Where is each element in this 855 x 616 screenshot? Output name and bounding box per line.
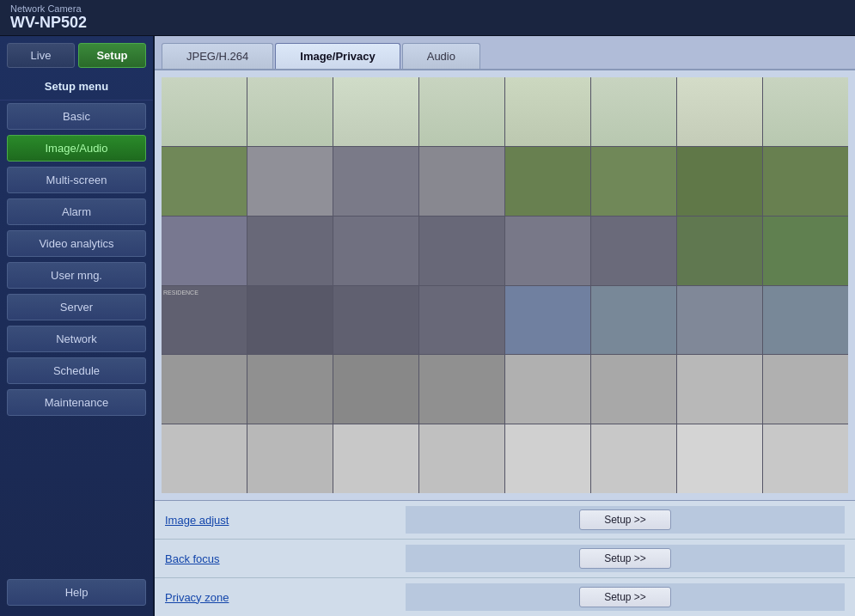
tab-jpeg-h264[interactable]: JPEG/H.264 [162, 43, 273, 69]
tabs-bar: JPEG/H.264 Image/Privacy Audio [155, 36, 855, 70]
grid-cell [591, 286, 676, 355]
sidebar-item-multi-screen[interactable]: Multi-screen [7, 167, 146, 193]
back-focus-row: Back focus Setup >> [155, 540, 855, 578]
privacy-zone-setup-button[interactable]: Setup >> [579, 587, 671, 607]
grid-cell [763, 77, 848, 146]
grid-cell [591, 77, 676, 146]
privacy-zone-row: Privacy zone Setup >> [155, 578, 855, 616]
tab-image-privacy[interactable]: Image/Privacy [275, 43, 400, 69]
grid-cell [247, 424, 333, 493]
sidebar-top-buttons: Live Setup [0, 36, 153, 71]
sidebar-item-maintenance[interactable]: Maintenance [7, 389, 146, 416]
live-button[interactable]: Live [7, 43, 75, 68]
sidebar-item-basic[interactable]: Basic [7, 103, 146, 130]
grid-cell [162, 355, 247, 424]
grid-cell [333, 424, 418, 493]
back-focus-label[interactable]: Back focus [165, 552, 406, 565]
camera-model: WV-NP502 [10, 14, 87, 32]
grid-cell [247, 77, 333, 146]
sidebar-item-server[interactable]: Server [7, 294, 146, 320]
camera-info: Network Camera WV-NP502 [10, 3, 87, 32]
grid-cell [247, 355, 333, 424]
grid-cell [763, 424, 848, 493]
top-header: Network Camera WV-NP502 [0, 0, 855, 36]
grid-cell [247, 217, 333, 285]
grid-cell [505, 147, 590, 216]
grid-cell [763, 355, 848, 424]
grid-cell [763, 286, 848, 355]
tab-audio[interactable]: Audio [402, 43, 480, 69]
grid-cell [591, 147, 676, 216]
grid-cell [162, 424, 247, 493]
grid-cell [677, 77, 762, 146]
back-focus-setup-area: Setup >> [406, 545, 845, 572]
image-adjust-row: Image adjust Setup >> [155, 501, 855, 540]
grid-cell [333, 286, 418, 355]
camera-subtitle: Network Camera [10, 3, 87, 14]
grid-cell [505, 217, 590, 285]
grid-cell [591, 424, 676, 493]
grid-cell [505, 77, 590, 146]
grid-cell [333, 217, 418, 285]
grid-cell [162, 147, 247, 216]
image-grid: RESIDENCE [162, 77, 848, 493]
privacy-zone-label[interactable]: Privacy zone [165, 591, 406, 604]
grid-cell [419, 217, 504, 285]
grid-cell [677, 286, 762, 355]
sidebar-item-network[interactable]: Network [7, 326, 146, 352]
grid-cell [763, 217, 848, 285]
image-grid-container: RESIDENCE [155, 70, 855, 500]
grid-cell [162, 77, 247, 146]
main-layout: Live Setup Setup menu Basic Image/Audio … [0, 36, 855, 616]
grid-cell [591, 355, 676, 424]
setup-menu-title: Setup menu [0, 71, 153, 101]
help-button[interactable]: Help [7, 579, 146, 606]
sidebar: Live Setup Setup menu Basic Image/Audio … [0, 36, 155, 616]
back-focus-setup-button[interactable]: Setup >> [579, 548, 671, 569]
grid-cell [247, 147, 333, 216]
grid-cell [763, 147, 848, 216]
content-area: JPEG/H.264 Image/Privacy Audio [155, 36, 855, 616]
sidebar-item-schedule[interactable]: Schedule [7, 357, 146, 384]
image-adjust-setup-button[interactable]: Setup >> [579, 509, 671, 530]
grid-cell [505, 355, 590, 424]
grid-cell [419, 77, 504, 146]
grid-cell [505, 424, 590, 493]
grid-cell [419, 286, 504, 355]
grid-cell [247, 286, 333, 355]
grid-cell [162, 217, 247, 285]
sidebar-item-user-mng[interactable]: User mng. [7, 262, 146, 289]
image-adjust-label[interactable]: Image adjust [165, 514, 406, 527]
grid-cell [419, 424, 504, 493]
sidebar-item-image-audio[interactable]: Image/Audio [7, 135, 146, 162]
grid-cell [677, 217, 762, 285]
grid-cell [591, 217, 676, 285]
image-adjust-setup-area: Setup >> [406, 506, 845, 534]
grid-cell [505, 286, 590, 355]
grid-cell [333, 355, 418, 424]
sidebar-stripe-area [0, 418, 153, 579]
privacy-zone-setup-area: Setup >> [406, 583, 845, 611]
grid-cell [677, 424, 762, 493]
grid-cell [677, 355, 762, 424]
grid-cell [419, 355, 504, 424]
grid-cell: RESIDENCE [162, 286, 247, 355]
setup-button[interactable]: Setup [78, 43, 146, 68]
grid-cell [333, 147, 418, 216]
grid-cell [677, 147, 762, 216]
settings-panel: Image adjust Setup >> Back focus Setup >… [155, 500, 855, 616]
grid-cell [419, 147, 504, 216]
sidebar-item-video-analytics[interactable]: Video analytics [7, 230, 146, 257]
sidebar-item-alarm[interactable]: Alarm [7, 198, 146, 225]
grid-cell [333, 77, 418, 146]
